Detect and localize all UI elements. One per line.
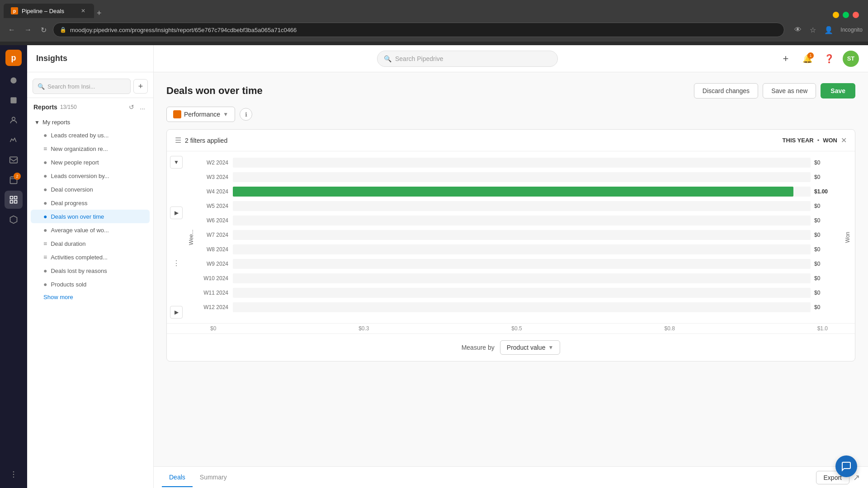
main-content: 🔍 Search Pipedrive + 🔔 1 ❓ ST Deals won … [154, 45, 868, 488]
help-icon[interactable]: ❓ [821, 51, 837, 67]
nav-home-icon[interactable] [5, 71, 23, 89]
bar-track [233, 230, 811, 240]
top-bar: 🔍 Search Pipedrive + 🔔 1 ❓ ST [154, 45, 868, 72]
sidebar-item-label: Leads conversion by... [51, 173, 146, 179]
week-label: W11 2024 [197, 290, 233, 296]
nav-products-icon[interactable] [5, 211, 23, 229]
reload-button[interactable]: ↻ [38, 24, 49, 36]
y-axis-label-container: Wee... [186, 151, 197, 323]
tab-favicon: p [11, 7, 18, 14]
sidebar-item-deal-duration[interactable]: ≡ Deal duration [31, 237, 150, 250]
sidebar-item-deal-conversion[interactable]: ● Deal conversion [31, 183, 150, 196]
reports-refresh-button[interactable]: ↺ [127, 103, 136, 112]
discard-changes-button[interactable]: Discard changes [694, 83, 758, 99]
chat-fab-button[interactable] [835, 455, 857, 477]
nav-mail-icon[interactable] [5, 151, 23, 169]
nav-leads-icon[interactable] [5, 131, 23, 149]
sidebar-item-deal-progress[interactable]: ● Deal progress [31, 196, 150, 210]
search-icon: 🔍 [384, 55, 392, 62]
x-axis-label: $1.0 [817, 325, 828, 332]
info-button[interactable]: ℹ [240, 108, 252, 121]
close-button[interactable] [853, 12, 859, 18]
performance-button[interactable]: Performance ▼ [166, 107, 235, 122]
chart-body: ▼ ▶ ⋮ ▶ Wee... W2 2024 [167, 151, 855, 323]
report-type-icon: ● [43, 172, 47, 179]
address-bar[interactable]: 🔒 moodjoy.pipedrive.com/progress/insight… [53, 23, 784, 37]
show-more-button[interactable]: Show more [31, 291, 150, 303]
reports-more-button[interactable]: ... [138, 103, 147, 112]
save-button[interactable]: Save [821, 83, 855, 99]
report-type-icon: ≡ [43, 145, 47, 152]
chart-side-controls: ▼ ▶ ⋮ ▶ [167, 151, 186, 323]
report-area: Deals won over time Discard changes Save… [154, 72, 868, 466]
nav-contacts-icon[interactable] [5, 111, 23, 129]
tab-deals[interactable]: Deals [162, 468, 193, 487]
back-button[interactable]: ← [5, 24, 18, 36]
won-badge: WON [823, 137, 837, 144]
minimize-button[interactable] [833, 12, 839, 18]
bottom-tabs: Deals Summary Export ↗ [154, 466, 868, 488]
profile-icon[interactable]: 👤 [821, 24, 836, 36]
close-filter-button[interactable]: ✕ [841, 136, 847, 145]
bar-track [233, 273, 811, 283]
sidebar-item-label: Leads created by us... [51, 132, 146, 139]
sidebar-item-deals-lost[interactable]: ● Deals lost by reasons [31, 264, 150, 277]
chart-filter-bar: ☰ 2 filters applied THIS YEAR • WON ✕ [167, 130, 855, 151]
sidebar-items-list: ● Leads created by us... ≡ New organizat… [31, 128, 150, 291]
chart-bar-row: W2 2024 $0 [197, 156, 833, 169]
save-as-new-button[interactable]: Save as new [763, 83, 816, 99]
browser-tab[interactable]: p Pipeline – Deals ✕ [4, 4, 94, 18]
tab-close-button[interactable]: ✕ [80, 7, 87, 14]
bar-value: $0 [811, 203, 833, 209]
x-axis-label: $0.3 [359, 325, 369, 332]
sidebar-item-label: Activities completed... [51, 254, 146, 261]
svg-point-10 [13, 474, 14, 475]
star-icon[interactable]: ☆ [807, 24, 819, 36]
app-logo: p [5, 50, 22, 66]
nav-reports-icon[interactable] [5, 191, 23, 209]
app-title: Insights [36, 54, 67, 63]
tab-summary[interactable]: Summary [193, 468, 234, 487]
sidebar-item-new-org[interactable]: ≡ New organization re... [31, 142, 150, 155]
report-type-icon: ● [43, 159, 47, 166]
user-avatar[interactable]: ST [843, 51, 859, 67]
chevron-down-icon: ▼ [34, 119, 40, 126]
sidebar-item-products-sold[interactable]: ● Products sold [31, 277, 150, 291]
nav-more-icon[interactable] [5, 465, 23, 483]
bar-value: $0 [811, 261, 833, 267]
sidebar-item-leads-created[interactable]: ● Leads created by us... [31, 128, 150, 142]
eye-slash-icon[interactable]: 👁 [792, 24, 804, 36]
sidebar-item-leads-conversion[interactable]: ● Leads conversion by... [31, 169, 150, 183]
new-tab-button[interactable]: + [97, 9, 102, 18]
plus-button[interactable]: + [778, 51, 794, 67]
x-axis-label-container: Won [840, 151, 855, 323]
maximize-button[interactable] [843, 12, 849, 18]
url-text: moodjoy.pipedrive.com/progress/insights/… [70, 27, 297, 33]
nav-deals-icon[interactable] [5, 91, 23, 109]
collapse-rows-button[interactable]: ▶ [170, 206, 183, 219]
week-label: W12 2024 [197, 304, 233, 310]
svg-rect-6 [14, 197, 17, 199]
expand-rows-button[interactable]: ▼ [170, 156, 183, 169]
header-search[interactable]: 🔍 Search Pipedrive [377, 51, 558, 67]
my-reports-label: My reports [42, 119, 70, 126]
measure-select[interactable]: Product value ▼ [500, 340, 561, 355]
sidebar-add-button[interactable]: + [133, 79, 148, 94]
bar-value: $0 [811, 160, 833, 166]
forward-button[interactable]: → [22, 24, 34, 36]
report-type-icon: ● [43, 213, 47, 220]
sidebar-item-activities-completed[interactable]: ≡ Activities completed... [31, 250, 150, 264]
sidebar-item-avg-value[interactable]: ● Average value of wo... [31, 223, 150, 237]
expand-table-button[interactable]: ↗ [853, 473, 860, 483]
sidebar-item-deals-won[interactable]: ● Deals won over time [31, 210, 150, 223]
notifications-bell-icon[interactable]: 🔔 1 [799, 51, 816, 67]
chart-x-axis: $0$0.3$0.5$0.8$1.0 [167, 323, 855, 333]
sidebar-item-label: Deal progress [51, 200, 146, 206]
chart-bar-row: W5 2024 $0 [197, 199, 833, 213]
search-from-insights[interactable]: 🔍 Search from Insi... [33, 79, 131, 94]
sidebar-item-new-people[interactable]: ● New people report [31, 155, 150, 169]
my-reports-header[interactable]: ▼ My reports [31, 116, 150, 128]
expand-cols-button[interactable]: ▶ [170, 306, 183, 319]
week-label: W6 2024 [197, 217, 233, 224]
nav-calendar-icon[interactable]: 2 [5, 171, 23, 189]
